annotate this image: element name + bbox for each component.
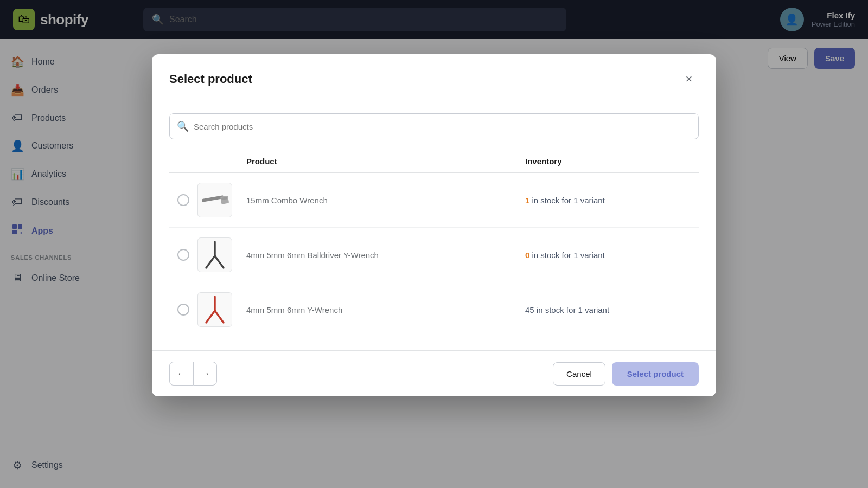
inventory-text-1: in stock for 1 variant xyxy=(529,196,604,205)
svg-rect-7 xyxy=(220,196,229,204)
product-radio-1[interactable] xyxy=(177,194,189,206)
next-page-button[interactable]: → xyxy=(193,362,217,386)
modal-title: Select product xyxy=(169,72,252,86)
inventory-value-1: 1 in stock for 1 variant xyxy=(525,196,699,205)
radio-wrap[interactable] xyxy=(169,194,197,206)
inventory-number-3: 45 xyxy=(525,305,534,314)
table-row: 15mm Combo Wrench 1 in stock for 1 varia… xyxy=(169,173,699,228)
prev-page-button[interactable]: ← xyxy=(169,362,193,386)
col-img xyxy=(197,157,246,166)
svg-line-10 xyxy=(206,256,215,268)
product-radio-3[interactable] xyxy=(177,304,189,316)
inventory-text-2: in stock for 1 variant xyxy=(529,251,604,260)
svg-line-14 xyxy=(215,311,224,323)
product-table-header: Product Inventory xyxy=(169,152,699,173)
svg-rect-6 xyxy=(202,195,224,202)
table-row: 4mm 5mm 6mm Balldriver Y-Wrench 0 in sto… xyxy=(169,228,699,282)
product-name-2: 4mm 5mm 6mm Balldriver Y-Wrench xyxy=(246,251,525,260)
product-thumbnail-2 xyxy=(197,237,232,272)
modal-close-button[interactable]: × xyxy=(679,69,699,89)
inventory-text-3: in stock for 1 variant xyxy=(534,305,609,314)
select-product-modal: Select product × 🔍 Product Inventory xyxy=(152,54,716,396)
product-image-wrap xyxy=(197,237,246,272)
product-search-icon: 🔍 xyxy=(177,120,189,132)
modal-body: 🔍 Product Inventory xyxy=(152,100,716,350)
svg-line-13 xyxy=(206,311,215,323)
product-search-wrap: 🔍 xyxy=(169,113,699,139)
col-inventory-header: Inventory xyxy=(525,157,699,166)
select-product-button[interactable]: Select product xyxy=(612,362,699,386)
modal-footer: ← → Cancel Select product xyxy=(152,350,716,396)
inventory-value-2: 0 in stock for 1 variant xyxy=(525,251,699,260)
svg-line-11 xyxy=(215,256,224,268)
product-image-wrap xyxy=(197,292,246,327)
pagination-nav: ← → xyxy=(169,362,217,386)
product-name-1: 15mm Combo Wrench xyxy=(246,196,525,205)
modal-header: Select product × xyxy=(152,54,716,100)
product-name-3: 4mm 5mm 6mm Y-Wrench xyxy=(246,305,525,314)
product-radio-2[interactable] xyxy=(177,249,189,261)
cancel-button[interactable]: Cancel xyxy=(553,362,605,386)
radio-wrap[interactable] xyxy=(169,249,197,261)
product-image-wrap xyxy=(197,183,246,217)
footer-actions: Cancel Select product xyxy=(553,362,699,386)
table-row: 4mm 5mm 6mm Y-Wrench 45 in stock for 1 v… xyxy=(169,282,699,337)
product-thumbnail-1 xyxy=(197,183,232,217)
col-check xyxy=(169,157,197,166)
product-thumbnail-3 xyxy=(197,292,232,327)
col-product-header: Product xyxy=(246,157,525,166)
product-search-input[interactable] xyxy=(169,113,699,139)
radio-wrap[interactable] xyxy=(169,304,197,316)
inventory-value-3: 45 in stock for 1 variant xyxy=(525,305,699,314)
